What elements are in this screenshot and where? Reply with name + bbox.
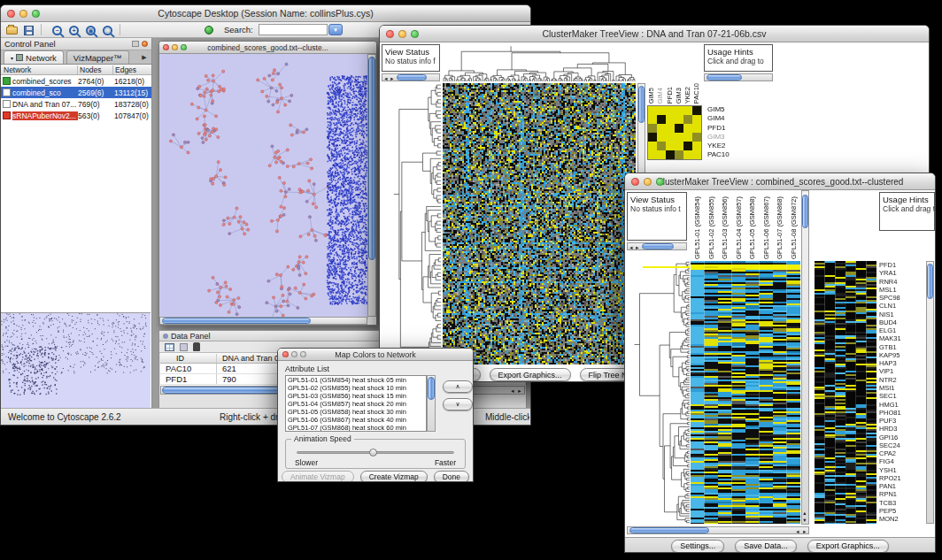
gene-label[interactable]: PHO81 [879, 409, 924, 417]
attribute-item[interactable]: GPL51-05 (GSM858) heat shock 30 min [286, 408, 426, 416]
matrix-row-label[interactable]: GIM5 [707, 105, 743, 114]
animate-vizmap-button[interactable]: Animate Vizmap [282, 471, 354, 482]
gene-label[interactable]: PAN1 [879, 482, 924, 490]
treeview-button[interactable]: Save Data... [735, 540, 797, 553]
gene-label[interactable]: HRD3 [879, 425, 924, 433]
matrix-thumbnail-canvas[interactable] [647, 105, 702, 160]
scrollbar-thumb[interactable] [927, 264, 933, 299]
close-button[interactable] [386, 30, 394, 38]
matrix-column-label[interactable]: GIM4 [655, 43, 664, 104]
gene-label[interactable]: RPN1 [879, 490, 924, 498]
main-titlebar[interactable]: Cytoscape Desktop (Session Name: collins… [1, 5, 530, 22]
array-column-label[interactable]: GPL51-02 (GSM855) [705, 190, 719, 261]
create-vizmap-button[interactable]: Create Vizmap [360, 471, 428, 482]
row-dendrogram-canvas[interactable] [627, 261, 690, 524]
zoom-window-button[interactable] [300, 351, 306, 357]
close-button[interactable] [282, 351, 289, 357]
matrix-column-label[interactable]: GIM3 [674, 43, 683, 104]
usage-hints-hscrollbar[interactable] [704, 73, 773, 81]
attribute-item[interactable]: GPL51-01 (GSM854) heat shock 05 min [286, 376, 426, 384]
matrix-column-label[interactable]: PFD1 [665, 43, 674, 104]
array-column-label[interactable]: GPL51-03 (GSM856) [718, 190, 732, 261]
network-graph-canvas[interactable] [159, 54, 368, 319]
zoom-window-button[interactable] [411, 30, 419, 38]
network-row[interactable]: sRNAPuberNov2... 563(0) 107847(0) [1, 110, 151, 121]
scroll-left-arrow[interactable]: ◂ [795, 528, 800, 534]
scrollbar-thumb[interactable] [428, 377, 435, 400]
close-button[interactable] [163, 44, 169, 50]
gene-label[interactable]: SEC24 [879, 441, 924, 449]
dialog-titlebar[interactable]: Map Colors to Network [278, 349, 473, 361]
network-hscrollbar[interactable] [159, 317, 367, 325]
zoom-out-icon[interactable]: − [50, 24, 64, 36]
move-down-button[interactable]: ∨ [443, 398, 473, 410]
array-column-label[interactable]: GPL51-05 (GSM858) [745, 190, 760, 261]
matrix-row-label[interactable]: GIM4 [707, 114, 743, 123]
heatmap-vscrollbar[interactable]: ▴ ▾ [801, 190, 809, 525]
gene-label[interactable]: YSH1 [879, 466, 924, 474]
array-column-label[interactable]: GPL51-07 (GSM868) [773, 190, 787, 261]
close-button[interactable] [631, 178, 639, 186]
treeview-button[interactable]: Export Graphics... [490, 368, 571, 381]
gene-label[interactable]: HAP3 [879, 359, 924, 367]
treeview-dna-titlebar[interactable]: ClusterMaker TreeView : DNA and Tran 07-… [380, 26, 929, 42]
row-dendrogram-canvas[interactable] [382, 83, 441, 356]
scrollbar-thumb[interactable] [802, 195, 808, 228]
gene-label[interactable]: HMG1 [879, 401, 924, 409]
attribute-item[interactable]: GPL51-04 (GSM857) heat shock 20 min [286, 400, 426, 408]
scrollbar-thumb[interactable] [162, 318, 311, 324]
gene-label[interactable]: MAK31 [879, 334, 924, 342]
minimize-button[interactable] [19, 10, 27, 18]
scroll-right-arrow[interactable]: ▸ [390, 75, 395, 81]
treeview-button[interactable]: Settings... [671, 540, 724, 553]
animation-speed-slider[interactable] [297, 451, 454, 454]
minimize-button[interactable] [644, 178, 652, 186]
gene-label[interactable]: BUD4 [879, 318, 924, 326]
matrix-column-label[interactable]: GIM5 [646, 43, 655, 104]
float-panel-icon[interactable] [132, 41, 139, 47]
done-button[interactable]: Done [434, 471, 469, 482]
network-vscrollbar[interactable] [367, 54, 376, 317]
scroll-right-arrow[interactable]: ▸ [635, 244, 640, 250]
scroll-left-arrow[interactable]: ◂ [383, 75, 389, 81]
gene-label[interactable]: PUF3 [879, 417, 924, 425]
gene-label[interactable]: RNR4 [879, 278, 924, 286]
attribute-item[interactable]: GPL51-03 (GSM856) heat shock 15 min [286, 392, 426, 400]
scrollbar-thumb[interactable] [629, 527, 709, 533]
gene-label[interactable]: FIG4 [879, 457, 924, 465]
genelist-vscrollbar[interactable] [926, 261, 934, 524]
network-row[interactable]: combined_scores 2764(0) 16218(0) [1, 75, 151, 87]
scroll-right-arrow[interactable]: ▸ [517, 387, 522, 394]
gene-label[interactable]: RPO21 [879, 474, 924, 482]
array-column-label[interactable]: GPL51-01 (GSM854) [691, 190, 705, 261]
gene-label[interactable]: SEC1 [879, 392, 924, 400]
slider-thumb[interactable] [369, 449, 377, 456]
attribute-list-vscrollbar[interactable] [427, 375, 436, 432]
gene-label[interactable]: MSL1 [879, 286, 924, 294]
network-overview-canvas[interactable] [1, 312, 151, 410]
treeview-button[interactable]: Export Graphics... [807, 540, 889, 553]
zoom-selected-icon[interactable]: ▣ [84, 24, 97, 36]
array-column-label[interactable]: GPL51-06 (GSM867) [760, 190, 774, 261]
tab-overflow-button[interactable]: ▶ [139, 54, 150, 61]
tab-network[interactable]: ▾ Network [4, 50, 64, 64]
zoom-fit-icon[interactable]: □ [101, 24, 114, 36]
zoom-in-icon[interactable]: + [67, 24, 81, 36]
gene-label[interactable]: MSI1 [879, 384, 924, 392]
gene-label[interactable]: CLN1 [879, 302, 924, 310]
scrollbar-thumb[interactable] [642, 243, 674, 249]
scrollbar-thumb[interactable] [638, 86, 645, 123]
save-session-icon[interactable] [22, 24, 35, 36]
gene-label[interactable]: MON2 [879, 515, 924, 523]
move-up-button[interactable]: ∧ [443, 380, 473, 393]
matrix-column-label[interactable]: YKE2 [683, 43, 691, 104]
scroll-right-arrow[interactable]: ▸ [802, 528, 807, 534]
network-row[interactable]: DNA and Tran 07... 769(0) 183728(0) [1, 98, 151, 110]
minimize-button[interactable] [172, 44, 178, 50]
search-dropdown-button[interactable]: ▾ [328, 24, 343, 35]
scroll-up-arrow[interactable]: ▴ [802, 510, 807, 516]
minimize-button[interactable] [398, 30, 406, 38]
gene-label[interactable]: TCB3 [879, 499, 924, 507]
tab-vizmapper[interactable]: VizMapper™ [66, 50, 129, 64]
secondary-heatmap-canvas[interactable] [815, 261, 876, 524]
